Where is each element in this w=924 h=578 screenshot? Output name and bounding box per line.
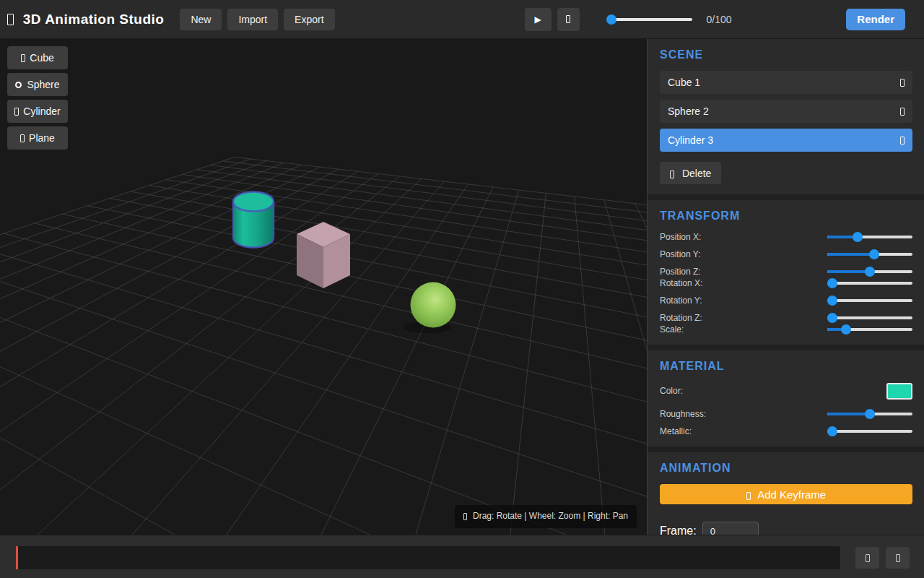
frame-slider[interactable] xyxy=(607,14,692,25)
add-sphere-label: Sphere xyxy=(27,79,59,90)
rotation-z-slider[interactable] xyxy=(827,313,912,323)
scene-canvas[interactable] xyxy=(0,39,647,535)
material-section: MATERIAL Color: Roughness: Metallic: xyxy=(648,350,924,447)
rotation-x-row: Rotation X: xyxy=(660,278,912,288)
eye-icon[interactable] xyxy=(900,137,905,144)
roughness-label: Roughness: xyxy=(660,409,827,419)
frame-input[interactable] xyxy=(702,522,759,535)
frame-slider-thumb[interactable] xyxy=(606,14,616,25)
stop-button[interactable] xyxy=(557,8,580,31)
position-x-slider[interactable] xyxy=(827,232,912,242)
delete-button[interactable]: Delete xyxy=(660,162,721,184)
viewport-hint-text: Drag: Rotate | Wheel: Zoom | Right: Pan xyxy=(473,511,628,521)
position-x-label: Position X: xyxy=(660,232,827,242)
add-cylinder-label: Cylinder xyxy=(23,105,60,117)
metallic-label: Metallic: xyxy=(660,426,827,436)
position-y-slider[interactable] xyxy=(827,249,912,259)
scene-item-label: Sphere 2 xyxy=(668,105,709,117)
trash-icon xyxy=(670,171,674,178)
skip-end-icon xyxy=(896,554,900,562)
app-title-text: 3D Animation Studio xyxy=(23,12,165,27)
viewport-3d[interactable]: Cube Sphere Cylinder Plane Drag: Rotate … xyxy=(0,39,647,535)
viewport-object-cube[interactable] xyxy=(297,222,350,288)
sphere-body xyxy=(411,282,456,328)
scene-section: SCENE Cube 1 Sphere 2 Cylinder 3 Delete xyxy=(648,39,924,194)
scene-item-label: Cylinder 3 xyxy=(668,134,713,146)
position-z-thumb[interactable] xyxy=(865,267,875,277)
rotation-z-thumb[interactable] xyxy=(827,313,837,323)
scene-item-label: Cube 1 xyxy=(668,77,700,88)
properties-panel: SCENE Cube 1 Sphere 2 Cylinder 3 Delete … xyxy=(647,39,924,535)
position-x-row: Position X: xyxy=(660,232,912,242)
scene-item-cube-1[interactable]: Cube 1 xyxy=(660,71,912,94)
roughness-row: Roughness: xyxy=(660,409,912,419)
position-y-thumb[interactable] xyxy=(869,249,879,259)
scale-row: Scale: xyxy=(660,324,912,335)
rotation-z-row: Rotation Z: xyxy=(660,313,912,323)
clapperboard-icon xyxy=(7,14,14,25)
play-button[interactable]: ▶ xyxy=(525,8,552,31)
add-plane-button[interactable]: Plane xyxy=(7,126,68,150)
add-cube-button[interactable]: Cube xyxy=(7,46,68,69)
roughness-slider[interactable] xyxy=(827,409,912,419)
rotation-y-thumb[interactable] xyxy=(827,296,837,306)
scale-slider[interactable] xyxy=(827,324,912,335)
timeline-track[interactable] xyxy=(16,546,840,569)
scene-item-sphere-2[interactable]: Sphere 2 xyxy=(660,100,912,123)
eye-icon[interactable] xyxy=(900,108,905,116)
add-cube-label: Cube xyxy=(30,52,53,64)
position-x-thumb[interactable] xyxy=(853,232,863,242)
cylinder-icon xyxy=(14,108,19,116)
color-label: Color: xyxy=(660,386,886,396)
scene-header: SCENE xyxy=(660,48,912,61)
animation-header: ANIMATION xyxy=(660,462,912,475)
eye-icon[interactable] xyxy=(900,79,905,87)
rotation-z-label: Rotation Z: xyxy=(660,313,827,323)
metallic-thumb[interactable] xyxy=(827,426,837,436)
viewport-hint: Drag: Rotate | Wheel: Zoom | Right: Pan xyxy=(455,505,637,528)
add-cylinder-button[interactable]: Cylinder xyxy=(7,100,68,123)
cylinder-top xyxy=(233,192,274,212)
position-z-slider[interactable] xyxy=(827,267,912,277)
toolbar: 3D Animation Studio New Import Export ▶ … xyxy=(0,0,924,39)
plane-icon xyxy=(20,134,25,142)
render-button[interactable]: Render xyxy=(846,9,905,30)
position-y-row: Position Y: xyxy=(660,249,912,259)
export-button[interactable]: Export xyxy=(284,9,334,30)
timeline-bar xyxy=(0,535,924,578)
add-sphere-button[interactable]: Sphere xyxy=(7,73,68,96)
stop-icon xyxy=(566,15,570,23)
color-row: Color: xyxy=(660,382,912,400)
scale-label: Scale: xyxy=(660,324,827,335)
position-y-label: Position Y: xyxy=(660,249,827,259)
import-button[interactable]: Import xyxy=(227,9,278,30)
frame-slider-track xyxy=(607,18,692,21)
play-icon: ▶ xyxy=(534,14,541,25)
timeline-playhead[interactable] xyxy=(16,546,18,569)
roughness-thumb[interactable] xyxy=(865,409,875,419)
skip-start-button[interactable] xyxy=(855,547,879,569)
viewport-object-cylinder[interactable] xyxy=(233,192,274,248)
transform-section: TRANSFORM Position X: Position Y: Positi… xyxy=(648,200,924,345)
skip-end-button[interactable] xyxy=(886,547,910,569)
rotation-y-slider[interactable] xyxy=(827,296,912,306)
position-z-row: Position Z: xyxy=(660,267,912,277)
sphere-icon xyxy=(15,82,22,88)
scene-item-cylinder-3[interactable]: Cylinder 3 xyxy=(660,129,912,152)
cube-icon xyxy=(21,54,25,62)
rotation-x-thumb[interactable] xyxy=(827,278,837,288)
shape-toolbox: Cube Sphere Cylinder Plane xyxy=(7,46,68,150)
frame-label: Frame: xyxy=(660,525,697,535)
scale-thumb[interactable] xyxy=(841,324,851,335)
mouse-icon xyxy=(463,513,467,520)
rotation-x-slider[interactable] xyxy=(827,278,912,288)
frame-row: Frame: xyxy=(660,522,912,535)
add-keyframe-button[interactable]: Add Keyframe xyxy=(660,484,912,504)
app-title: 3D Animation Studio xyxy=(7,12,164,27)
rotation-y-row: Rotation Y: xyxy=(660,296,912,306)
metallic-row: Metallic: xyxy=(660,426,912,436)
color-picker-swatch[interactable] xyxy=(886,383,912,400)
add-keyframe-label: Add Keyframe xyxy=(757,488,826,501)
metallic-slider[interactable] xyxy=(827,426,912,436)
new-button[interactable]: New xyxy=(180,9,222,30)
